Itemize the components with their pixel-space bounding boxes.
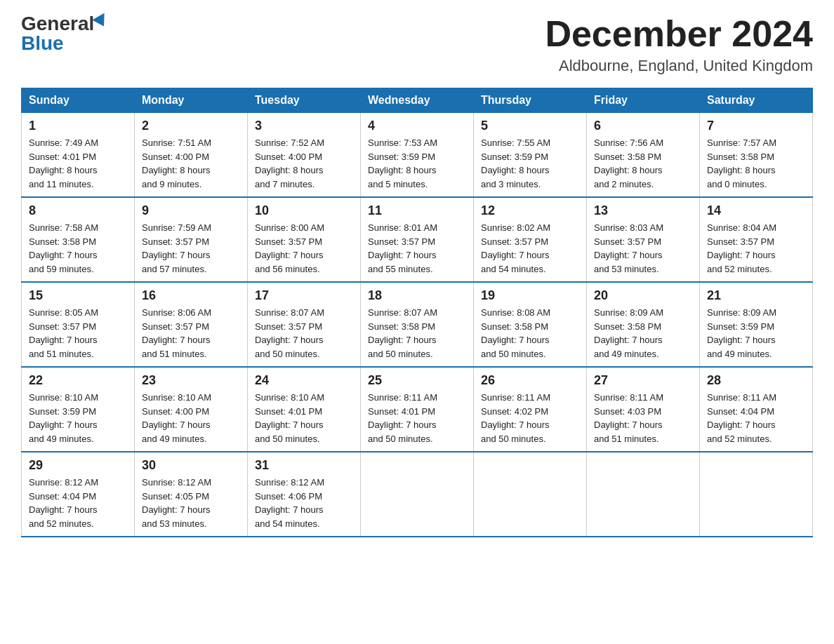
day-info: Sunrise: 8:09 AM Sunset: 3:59 PM Dayligh… (707, 306, 805, 361)
day-number: 9 (142, 203, 240, 218)
page-header: General Blue December 2024 Aldbourne, En… (21, 14, 813, 75)
day-cell: 26Sunrise: 8:11 AM Sunset: 4:02 PM Dayli… (474, 367, 587, 452)
title-block: December 2024 Aldbourne, England, United… (545, 14, 813, 75)
day-info: Sunrise: 8:12 AM Sunset: 4:04 PM Dayligh… (29, 476, 127, 530)
day-number: 8 (29, 203, 127, 218)
calendar-header: SundayMondayTuesdayWednesdayThursdayFrid… (22, 88, 813, 113)
header-monday: Monday (135, 88, 248, 113)
day-info: Sunrise: 8:10 AM Sunset: 3:59 PM Dayligh… (29, 391, 127, 445)
day-cell: 5Sunrise: 7:55 AM Sunset: 3:59 PM Daylig… (474, 113, 587, 198)
day-cell: 2Sunrise: 7:51 AM Sunset: 4:00 PM Daylig… (135, 113, 248, 198)
day-number: 11 (368, 203, 466, 218)
day-cell: 31Sunrise: 8:12 AM Sunset: 4:06 PM Dayli… (248, 452, 361, 537)
day-number: 18 (368, 288, 466, 303)
month-title: December 2024 (545, 14, 813, 54)
day-number: 24 (255, 373, 353, 388)
day-info: Sunrise: 8:00 AM Sunset: 3:57 PM Dayligh… (255, 221, 353, 276)
day-info: Sunrise: 8:06 AM Sunset: 3:57 PM Dayligh… (142, 306, 240, 361)
day-number: 19 (481, 288, 579, 303)
day-cell: 22Sunrise: 8:10 AM Sunset: 3:59 PM Dayli… (22, 367, 135, 452)
day-number: 25 (368, 373, 466, 388)
week-row-4: 22Sunrise: 8:10 AM Sunset: 3:59 PM Dayli… (22, 367, 813, 452)
day-cell: 8Sunrise: 7:58 AM Sunset: 3:58 PM Daylig… (22, 197, 135, 282)
day-info: Sunrise: 7:59 AM Sunset: 3:57 PM Dayligh… (142, 221, 240, 276)
day-cell: 23Sunrise: 8:10 AM Sunset: 4:00 PM Dayli… (135, 367, 248, 452)
day-cell: 9Sunrise: 7:59 AM Sunset: 3:57 PM Daylig… (135, 197, 248, 282)
day-number: 22 (29, 373, 127, 388)
day-info: Sunrise: 8:09 AM Sunset: 3:58 PM Dayligh… (594, 306, 692, 361)
day-number: 3 (255, 119, 353, 133)
day-number: 17 (255, 288, 353, 303)
day-number: 13 (594, 203, 692, 218)
day-cell: 11Sunrise: 8:01 AM Sunset: 3:57 PM Dayli… (361, 197, 474, 282)
day-cell: 3Sunrise: 7:52 AM Sunset: 4:00 PM Daylig… (248, 113, 361, 198)
day-cell (700, 452, 813, 537)
day-info: Sunrise: 8:01 AM Sunset: 3:57 PM Dayligh… (368, 221, 466, 276)
week-row-5: 29Sunrise: 8:12 AM Sunset: 4:04 PM Dayli… (22, 452, 813, 537)
day-number: 27 (594, 373, 692, 388)
day-cell (587, 452, 700, 537)
day-info: Sunrise: 8:02 AM Sunset: 3:57 PM Dayligh… (481, 221, 579, 276)
calendar-table: SundayMondayTuesdayWednesdayThursdayFrid… (21, 88, 813, 537)
day-number: 31 (255, 458, 353, 473)
day-cell: 30Sunrise: 8:12 AM Sunset: 4:05 PM Dayli… (135, 452, 248, 537)
day-cell: 18Sunrise: 8:07 AM Sunset: 3:58 PM Dayli… (361, 282, 474, 367)
day-cell: 14Sunrise: 8:04 AM Sunset: 3:57 PM Dayli… (700, 197, 813, 282)
day-number: 15 (29, 288, 127, 303)
day-number: 6 (594, 119, 692, 133)
day-number: 20 (594, 288, 692, 303)
day-info: Sunrise: 7:52 AM Sunset: 4:00 PM Dayligh… (255, 136, 353, 191)
day-info: Sunrise: 8:10 AM Sunset: 4:00 PM Dayligh… (142, 391, 240, 445)
calendar-body: 1Sunrise: 7:49 AM Sunset: 4:01 PM Daylig… (22, 113, 813, 537)
day-info: Sunrise: 7:56 AM Sunset: 3:58 PM Dayligh… (594, 136, 692, 191)
day-number: 14 (707, 203, 805, 218)
day-cell: 28Sunrise: 8:11 AM Sunset: 4:04 PM Dayli… (700, 367, 813, 452)
header-row: SundayMondayTuesdayWednesdayThursdayFrid… (22, 88, 813, 113)
day-info: Sunrise: 8:05 AM Sunset: 3:57 PM Dayligh… (29, 306, 127, 361)
day-number: 5 (481, 119, 579, 133)
week-row-1: 1Sunrise: 7:49 AM Sunset: 4:01 PM Daylig… (22, 113, 813, 198)
day-cell: 20Sunrise: 8:09 AM Sunset: 3:58 PM Dayli… (587, 282, 700, 367)
day-cell: 7Sunrise: 7:57 AM Sunset: 3:58 PM Daylig… (700, 113, 813, 198)
day-number: 26 (481, 373, 579, 388)
day-number: 28 (707, 373, 805, 388)
day-info: Sunrise: 8:10 AM Sunset: 4:01 PM Dayligh… (255, 391, 353, 445)
day-number: 10 (255, 203, 353, 218)
day-info: Sunrise: 8:11 AM Sunset: 4:04 PM Dayligh… (707, 391, 805, 445)
day-info: Sunrise: 8:07 AM Sunset: 3:57 PM Dayligh… (255, 306, 353, 361)
week-row-2: 8Sunrise: 7:58 AM Sunset: 3:58 PM Daylig… (22, 197, 813, 282)
day-number: 4 (368, 119, 466, 133)
day-info: Sunrise: 7:53 AM Sunset: 3:59 PM Dayligh… (368, 136, 466, 191)
day-cell: 19Sunrise: 8:08 AM Sunset: 3:58 PM Dayli… (474, 282, 587, 367)
day-number: 7 (707, 119, 805, 133)
day-number: 16 (142, 288, 240, 303)
day-cell: 25Sunrise: 8:11 AM Sunset: 4:01 PM Dayli… (361, 367, 474, 452)
day-info: Sunrise: 7:51 AM Sunset: 4:00 PM Dayligh… (142, 136, 240, 191)
day-cell: 16Sunrise: 8:06 AM Sunset: 3:57 PM Dayli… (135, 282, 248, 367)
logo-general: General (21, 14, 94, 34)
day-cell: 10Sunrise: 8:00 AM Sunset: 3:57 PM Dayli… (248, 197, 361, 282)
header-tuesday: Tuesday (248, 88, 361, 113)
header-wednesday: Wednesday (361, 88, 474, 113)
day-number: 23 (142, 373, 240, 388)
day-number: 1 (29, 119, 127, 133)
day-info: Sunrise: 8:07 AM Sunset: 3:58 PM Dayligh… (368, 306, 466, 361)
day-cell: 29Sunrise: 8:12 AM Sunset: 4:04 PM Dayli… (22, 452, 135, 537)
location-title: Aldbourne, England, United Kingdom (545, 57, 813, 75)
day-info: Sunrise: 8:12 AM Sunset: 4:05 PM Dayligh… (142, 476, 240, 530)
day-info: Sunrise: 8:11 AM Sunset: 4:03 PM Dayligh… (594, 391, 692, 445)
day-number: 21 (707, 288, 805, 303)
day-number: 12 (481, 203, 579, 218)
day-cell: 27Sunrise: 8:11 AM Sunset: 4:03 PM Dayli… (587, 367, 700, 452)
day-info: Sunrise: 7:57 AM Sunset: 3:58 PM Dayligh… (707, 136, 805, 191)
day-cell: 21Sunrise: 8:09 AM Sunset: 3:59 PM Dayli… (700, 282, 813, 367)
header-thursday: Thursday (474, 88, 587, 113)
day-info: Sunrise: 8:12 AM Sunset: 4:06 PM Dayligh… (255, 476, 353, 530)
day-info: Sunrise: 8:04 AM Sunset: 3:57 PM Dayligh… (707, 221, 805, 276)
day-info: Sunrise: 7:49 AM Sunset: 4:01 PM Dayligh… (29, 136, 127, 191)
day-cell: 17Sunrise: 8:07 AM Sunset: 3:57 PM Dayli… (248, 282, 361, 367)
header-friday: Friday (587, 88, 700, 113)
day-cell: 15Sunrise: 8:05 AM Sunset: 3:57 PM Dayli… (22, 282, 135, 367)
day-cell: 24Sunrise: 8:10 AM Sunset: 4:01 PM Dayli… (248, 367, 361, 452)
day-number: 2 (142, 119, 240, 133)
